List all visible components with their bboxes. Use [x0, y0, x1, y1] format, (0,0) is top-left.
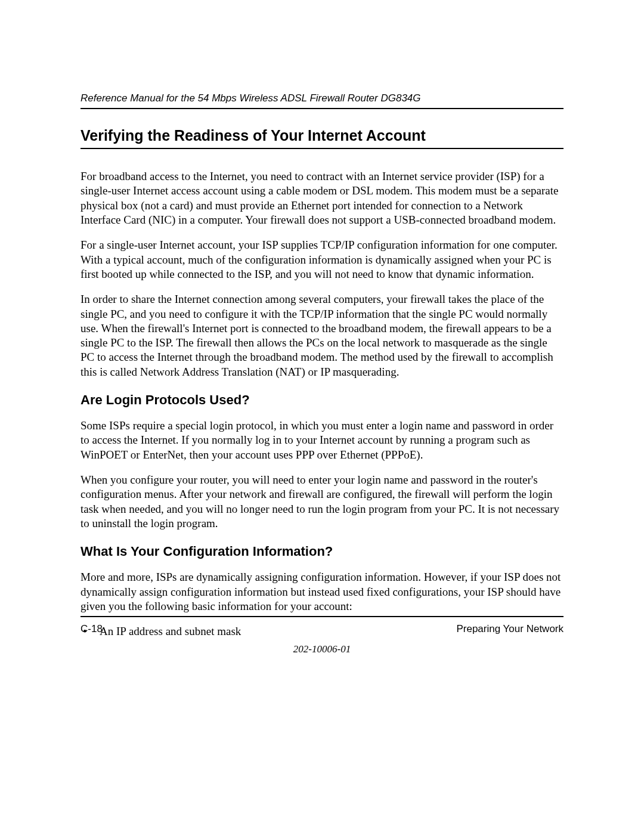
footer-row: C-18 Preparing Your Network: [80, 623, 564, 635]
page-number: C-18: [80, 623, 103, 635]
section-heading: Verifying the Readiness of Your Internet…: [80, 127, 564, 144]
body-paragraph: When you configure your router, you will…: [80, 473, 564, 531]
document-number: 202-10006-01: [80, 643, 564, 655]
body-paragraph: Some ISPs require a special login protoc…: [80, 419, 564, 462]
section-heading-rule: [80, 148, 564, 149]
header-rule: [80, 108, 564, 109]
subsection-heading: What Is Your Configuration Information?: [80, 544, 564, 559]
footer-section-name: Preparing Your Network: [456, 623, 564, 635]
page-footer: C-18 Preparing Your Network 202-10006-01: [80, 616, 564, 655]
body-paragraph: For broadband access to the Internet, yo…: [80, 169, 564, 227]
body-paragraph: In order to share the Internet connectio…: [80, 292, 564, 379]
body-paragraph: For a single-user Internet account, your…: [80, 238, 564, 281]
document-page: Reference Manual for the 54 Mbps Wireles…: [0, 0, 644, 639]
running-header: Reference Manual for the 54 Mbps Wireles…: [80, 92, 564, 104]
subsection-heading: Are Login Protocols Used?: [80, 392, 564, 408]
body-paragraph: More and more, ISPs are dynamically assi…: [80, 570, 564, 614]
footer-rule: [80, 616, 564, 617]
